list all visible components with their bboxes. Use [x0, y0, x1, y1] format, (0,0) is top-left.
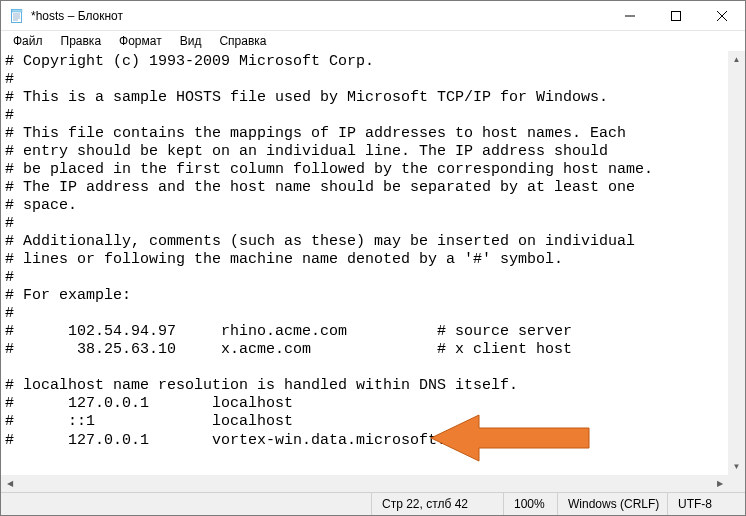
menu-view[interactable]: Вид [172, 33, 210, 49]
status-line-ending: Windows (CRLF) [557, 493, 667, 515]
status-encoding: UTF-8 [667, 493, 745, 515]
vertical-scrollbar[interactable]: ▲ ▼ [728, 51, 745, 475]
editor-area: # Copyright (c) 1993-2009 Microsoft Corp… [1, 51, 745, 492]
maximize-button[interactable] [653, 1, 699, 31]
status-cursor-position: Стр 22, стлб 42 [371, 493, 503, 515]
titlebar[interactable]: *hosts – Блокнот [1, 1, 745, 31]
window: *hosts – Блокнот Файл Правка Формат Вид … [0, 0, 746, 516]
scroll-down-icon[interactable]: ▼ [728, 458, 745, 475]
scroll-track-vertical[interactable] [728, 68, 745, 458]
status-zoom: 100% [503, 493, 557, 515]
menubar: Файл Правка Формат Вид Справка [1, 31, 745, 51]
scroll-track-horizontal[interactable] [18, 475, 711, 492]
menu-file[interactable]: Файл [5, 33, 51, 49]
close-button[interactable] [699, 1, 745, 31]
scroll-up-icon[interactable]: ▲ [728, 51, 745, 68]
window-title: *hosts – Блокнот [31, 9, 123, 23]
scroll-corner [728, 475, 745, 492]
statusbar: Стр 22, стлб 42 100% Windows (CRLF) UTF-… [1, 492, 745, 515]
scroll-left-icon[interactable]: ◀ [1, 475, 18, 492]
notepad-icon [9, 8, 25, 24]
text-editor[interactable]: # Copyright (c) 1993-2009 Microsoft Corp… [1, 51, 728, 475]
minimize-button[interactable] [607, 1, 653, 31]
menu-format[interactable]: Формат [111, 33, 170, 49]
menu-edit[interactable]: Правка [53, 33, 110, 49]
menu-help[interactable]: Справка [211, 33, 274, 49]
scroll-right-icon[interactable]: ▶ [711, 475, 728, 492]
horizontal-scrollbar[interactable]: ◀ ▶ [1, 475, 728, 492]
status-spacer [1, 493, 371, 515]
svg-rect-6 [672, 11, 681, 20]
